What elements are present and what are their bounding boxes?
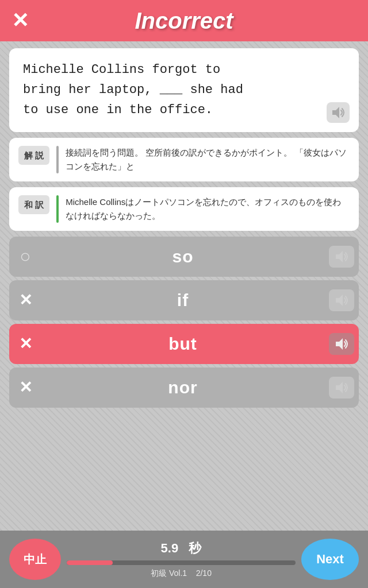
bottom-bar: 中止 5.9 秒 初級 Vol.1 2/10 Next xyxy=(0,531,368,588)
header: ✕ Incorrect xyxy=(0,0,368,41)
header-title: Incorrect xyxy=(135,8,233,34)
explanation-bar xyxy=(56,146,59,173)
level-label: 初級 Vol.1 xyxy=(151,568,187,578)
stop-button[interactable]: 中止 xyxy=(9,539,61,580)
progress-bar-fill xyxy=(67,560,113,565)
speaker-icon xyxy=(330,106,346,119)
answer-nor-label: nor xyxy=(41,378,324,397)
answer-but[interactable]: ✕ but xyxy=(9,324,359,364)
answer-but-sound[interactable] xyxy=(324,324,359,364)
but-speaker-icon xyxy=(334,337,350,351)
if-speaker-icon xyxy=(334,293,350,307)
answer-if[interactable]: ✕ if xyxy=(9,280,359,320)
translation-text: Michelle Collinsはノートパソコンを忘れたので、オフィスのものを使… xyxy=(66,195,350,223)
timer-unit: 秒 xyxy=(189,541,201,555)
explanation-label: 解 説 xyxy=(18,146,49,165)
bottom-info: 初級 Vol.1 2/10 xyxy=(151,568,212,579)
sentence-text: Michelle Collins forgot tobring her lapt… xyxy=(23,60,345,121)
translation-card: 和 訳 Michelle Collinsはノートパソコンを忘れたので、オフィスの… xyxy=(9,187,359,231)
answer-so-icon: ○ xyxy=(9,237,41,277)
answer-if-icon: ✕ xyxy=(9,280,41,320)
bottom-center: 5.9 秒 初級 Vol.1 2/10 xyxy=(61,540,301,579)
svg-marker-2 xyxy=(336,295,343,306)
answer-so[interactable]: ○ so xyxy=(9,237,359,277)
answer-nor-icon: ✕ xyxy=(9,368,41,408)
answer-so-label: so xyxy=(41,247,324,266)
answer-nor[interactable]: ✕ nor xyxy=(9,368,359,408)
answer-so-sound[interactable] xyxy=(324,237,359,277)
progress-label: 2/10 xyxy=(196,568,212,578)
timer-display: 5.9 秒 xyxy=(161,540,202,557)
answer-buttons: ○ so ✕ if xyxy=(9,237,359,411)
nor-speaker-icon xyxy=(334,381,350,394)
answer-if-sound[interactable] xyxy=(324,280,359,320)
translation-label: 和 訳 xyxy=(18,195,49,214)
svg-marker-3 xyxy=(336,338,343,350)
answer-nor-sound[interactable] xyxy=(324,368,359,408)
answer-but-label: but xyxy=(41,334,324,354)
svg-marker-1 xyxy=(336,251,343,262)
so-speaker-icon xyxy=(334,250,350,264)
progress-bar-background xyxy=(67,560,296,565)
close-button[interactable]: ✕ xyxy=(12,9,29,33)
sentence-card: Michelle Collins forgot tobring her lapt… xyxy=(9,48,359,132)
svg-marker-0 xyxy=(332,107,339,118)
answer-but-icon: ✕ xyxy=(9,324,41,364)
translation-bar xyxy=(56,195,59,223)
timer-value: 5.9 xyxy=(161,541,179,555)
sentence-sound-button[interactable] xyxy=(327,102,350,123)
explanation-text: 接続詞を問う問題。 空所前後の訳ができるかがポイント。 「彼女はパソコンを忘れた… xyxy=(66,146,350,173)
answer-if-label: if xyxy=(41,291,324,310)
next-button[interactable]: Next xyxy=(301,539,359,580)
svg-marker-4 xyxy=(336,382,343,393)
explanation-card: 解 説 接続詞を問う問題。 空所前後の訳ができるかがポイント。 「彼女はパソコン… xyxy=(9,138,359,181)
main-content: Michelle Collins forgot tobring her lapt… xyxy=(0,41,368,418)
